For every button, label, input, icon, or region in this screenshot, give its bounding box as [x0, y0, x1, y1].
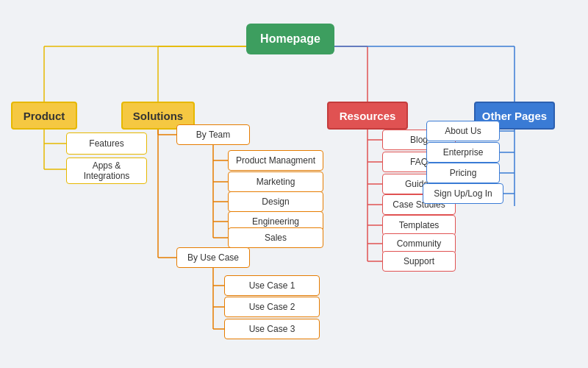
marketing-label: Marketing: [257, 177, 295, 187]
engineering-label: Engineering: [252, 216, 299, 227]
resources-node: Resources: [327, 102, 408, 130]
features-label: Features: [89, 138, 123, 149]
about-us-label: About Us: [445, 126, 481, 136]
other-pages-label: Other Pages: [482, 110, 547, 122]
use-case-2-node: Use Case 2: [224, 297, 320, 317]
about-us-node: About Us: [426, 121, 500, 141]
by-team-label: By Team: [196, 130, 230, 140]
use-case-3-node: Use Case 3: [224, 319, 320, 339]
sign-up-node: Sign Up/Log In: [423, 183, 503, 204]
enterprise-label: Enterprise: [443, 147, 484, 158]
homepage-label: Homepage: [260, 32, 320, 46]
blog-label: Blog: [410, 135, 428, 145]
sales-node: Sales: [228, 227, 323, 248]
templates-label: Templates: [399, 220, 440, 230]
faq-label: FAQ: [410, 157, 428, 167]
apps-integrations-label: Apps & Integrations: [73, 160, 140, 181]
apps-integrations-node: Apps & Integrations: [66, 158, 147, 184]
sales-label: Sales: [265, 233, 287, 243]
product-mgmt-node: Product Managment: [228, 150, 323, 171]
solutions-label: Solutions: [133, 110, 183, 122]
use-case-1-node: Use Case 1: [224, 275, 320, 296]
support-node: Support: [382, 251, 456, 272]
features-node: Features: [66, 132, 147, 155]
use-case-1-label: Use Case 1: [249, 280, 295, 291]
design-label: Design: [262, 197, 289, 207]
use-case-2-label: Use Case 2: [249, 302, 295, 312]
by-use-case-label: By Use Case: [187, 252, 239, 263]
use-case-3-label: Use Case 3: [249, 324, 295, 334]
marketing-node: Marketing: [228, 171, 323, 192]
support-label: Support: [404, 256, 434, 266]
design-node: Design: [228, 191, 323, 212]
enterprise-node: Enterprise: [426, 142, 500, 163]
by-use-case-node: By Use Case: [176, 247, 250, 268]
resources-label: Resources: [340, 110, 396, 122]
community-label: Community: [397, 238, 442, 249]
sign-up-label: Sign Up/Log In: [434, 188, 492, 199]
product-mgmt-label: Product Managment: [236, 155, 315, 166]
by-team-node: By Team: [176, 124, 250, 145]
homepage-node: Homepage: [246, 24, 334, 54]
pricing-label: Pricing: [450, 168, 477, 178]
templates-node: Templates: [382, 215, 456, 236]
product-node: Product: [11, 102, 77, 130]
product-label: Product: [24, 110, 65, 122]
pricing-node: Pricing: [426, 163, 500, 183]
